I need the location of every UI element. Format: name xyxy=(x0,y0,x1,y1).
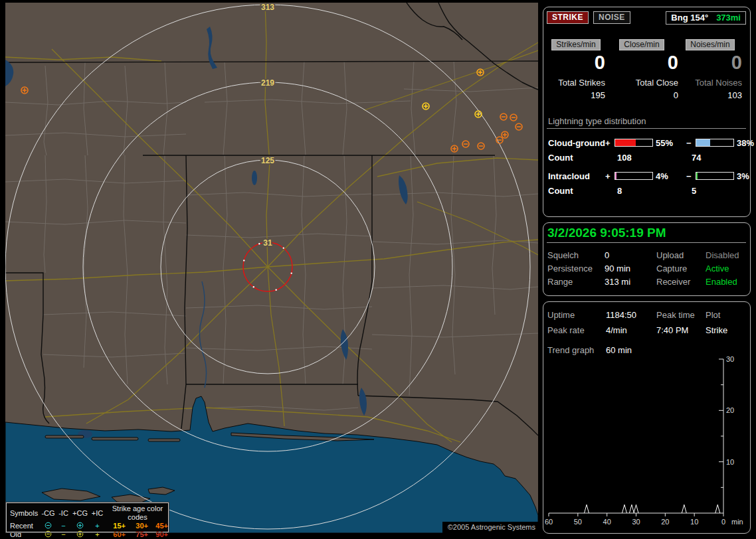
pos-cg-old-icon xyxy=(71,530,89,539)
strike-spike xyxy=(622,504,626,513)
peak-rate-label: Peak rate xyxy=(547,325,606,335)
toolbar: STRIKE NOISE Bng 154° 373mi xyxy=(547,11,746,25)
ring-tick-dot xyxy=(243,260,244,261)
count-label: Count xyxy=(548,186,617,196)
bearing-range-value: 373mi xyxy=(716,13,741,23)
range-ring-label: 313 xyxy=(261,3,274,12)
cg-plus-bar xyxy=(614,139,653,147)
close-counter: Close/min 0 Total Close 0 xyxy=(605,39,678,100)
map-canvas[interactable]: 31321912531 Symbols -CG -IC +CG +IC Stri… xyxy=(5,3,538,533)
intracloud-row: Intracloud + 4% − 3% xyxy=(547,169,746,183)
age-code-60: 60+ xyxy=(106,530,127,539)
strike-spike xyxy=(715,504,720,513)
bearing-value: Bng 154° xyxy=(671,13,708,23)
squelch-value: 0 xyxy=(605,250,656,260)
noises-counter: Noises/min 0 Total Noises 103 xyxy=(678,39,742,100)
neg-cg-recent-icon xyxy=(41,522,56,530)
cg-minus-bar xyxy=(696,139,734,147)
cloud-ground-count-row: Count 108 74 xyxy=(547,150,746,165)
cg-minus-percent: 38% xyxy=(734,138,754,148)
peak-time-label: Peak time xyxy=(656,310,706,320)
legend-header-cg-neg: -CG xyxy=(41,509,56,518)
y-tick-label: 20 xyxy=(726,406,734,414)
noises-per-min-value: 0 xyxy=(731,52,742,72)
count-label: Count xyxy=(548,153,617,163)
status-row: Range 313 mi Receiver Enabled xyxy=(547,275,746,288)
x-axis-unit: min xyxy=(731,518,743,526)
x-tick-label: 30 xyxy=(632,518,640,526)
rate-counters: Strikes/min 0 Total Strikes 195 Close/mi… xyxy=(547,39,746,100)
x-tick-label: 40 xyxy=(603,518,611,526)
divider xyxy=(547,242,746,243)
strike-panel: STRIKE NOISE Bng 154° 373mi Strikes/min … xyxy=(543,7,751,217)
status-panel: 3/2/2026 9:05:19 PM Squelch 0 Upload Dis… xyxy=(543,222,751,296)
close-per-min-label: Close/min xyxy=(619,39,664,50)
uptime-label: Uptime xyxy=(547,310,606,320)
receiver-label: Receiver xyxy=(656,277,706,287)
upload-value: Disabled xyxy=(706,250,746,260)
persistence-label: Persistence xyxy=(547,264,605,273)
legend-header-symbols: Symbols xyxy=(10,509,41,518)
neg-cg-old-icon xyxy=(41,530,56,539)
ring-tick-dot xyxy=(283,247,284,248)
y-tick-label: 10 xyxy=(726,458,734,466)
age-code-30: 30+ xyxy=(127,522,149,530)
ring-tick-dot xyxy=(275,289,276,291)
x-tick-label: 20 xyxy=(661,518,669,526)
age-code-45: 45+ xyxy=(149,522,169,530)
ring-tick-dot xyxy=(258,243,260,244)
ring-tick-dot xyxy=(253,286,254,287)
legend-header-cg-pos: +CG xyxy=(71,509,89,518)
trend-graph-label: Trend graph xyxy=(547,345,606,355)
map-symbol-legend: Symbols -CG -IC +CG +IC Strike age color… xyxy=(6,502,169,532)
status-row: Persistence 90 min Capture Active xyxy=(547,262,746,275)
capture-value: Active xyxy=(706,264,746,273)
capture-label: Capture xyxy=(656,264,706,273)
total-noises-label: Total Noises xyxy=(695,78,742,88)
cg-minus-count: 74 xyxy=(692,153,746,163)
datetime-display: 3/2/2026 9:05:19 PM xyxy=(547,226,746,240)
strike-spike xyxy=(634,504,638,513)
strikes-counter: Strikes/min 0 Total Strikes 195 xyxy=(547,39,605,100)
total-close-value: 0 xyxy=(674,90,678,100)
noise-button[interactable]: NOISE xyxy=(593,11,630,24)
legend-header-ic-neg: -IC xyxy=(56,509,71,518)
squelch-label: Squelch xyxy=(547,250,605,260)
copyright-text: ©2005 Astrogenic Systems xyxy=(442,522,538,533)
range-label: Range xyxy=(547,277,605,287)
bearing-readout: Bng 154° 373mi xyxy=(666,11,746,25)
cg-plus-count: 108 xyxy=(617,153,692,163)
ic-plus-percent: 4% xyxy=(653,171,686,181)
trend-graph-chart: 1020306050403020100min xyxy=(544,354,747,531)
intracloud-count-row: Count 8 5 xyxy=(547,183,746,198)
x-tick-label: 10 xyxy=(690,518,698,526)
legend-row-recent-label: Recent xyxy=(10,522,41,530)
strike-spike xyxy=(629,504,634,513)
receiver-value: Enabled xyxy=(706,277,746,287)
ring-tick-dot xyxy=(291,272,292,273)
strike-spike xyxy=(584,504,589,513)
peak-rate-value: 4/min xyxy=(606,325,656,335)
range-value: 313 mi xyxy=(605,277,656,287)
strikes-per-min-label: Strikes/min xyxy=(551,39,600,50)
strike-button[interactable]: STRIKE xyxy=(547,11,589,24)
cloud-ground-row: Cloud-ground + 55% − 38% xyxy=(547,135,746,150)
age-code-15: 15+ xyxy=(106,522,127,530)
range-ring-label: 31 xyxy=(263,238,272,248)
minus-sign: − xyxy=(686,138,696,148)
plot-label: Plot xyxy=(706,310,746,320)
pos-cg-recent-icon xyxy=(71,522,89,530)
plus-sign: + xyxy=(605,138,614,148)
stats-row: Peak rate 4/min 7:40 PM Strike xyxy=(547,323,746,338)
noises-per-min-label: Noises/min xyxy=(686,39,734,50)
peak-time-value: 7:40 PM xyxy=(656,325,706,335)
ic-minus-count: 5 xyxy=(692,186,746,196)
divider xyxy=(547,128,746,129)
intracloud-label: Intracloud xyxy=(548,171,605,181)
neg-ic-old-icon: − xyxy=(56,530,71,539)
ic-minus-percent: 3% xyxy=(734,171,749,181)
legend-header-age: Strike age color codes xyxy=(106,504,169,522)
map-image: 31321912531 xyxy=(5,3,538,533)
ic-plus-count: 8 xyxy=(617,186,692,196)
persistence-value: 90 min xyxy=(605,264,656,273)
